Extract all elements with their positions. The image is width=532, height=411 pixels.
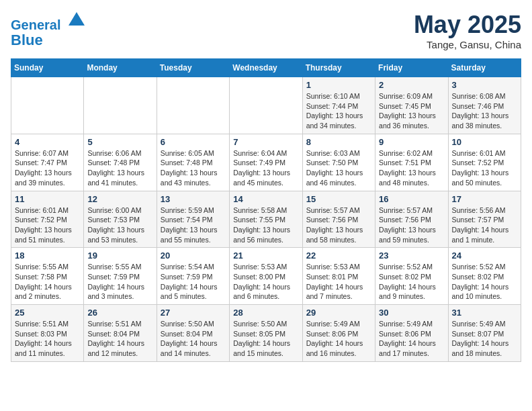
cell-info: Sunrise: 6:07 AM Sunset: 7:47 PM Dayligh… — [15, 148, 80, 188]
title-block: May 2025 Tange, Gansu, China — [414, 11, 521, 50]
cell-info: Sunrise: 5:56 AM Sunset: 7:57 PM Dayligh… — [452, 205, 517, 245]
calendar-cell: 19Sunrise: 5:55 AM Sunset: 7:59 PM Dayli… — [84, 248, 157, 305]
calendar-cell — [230, 77, 302, 134]
day-number: 5 — [87, 137, 152, 147]
cell-info: Sunrise: 6:09 AM Sunset: 7:45 PM Dayligh… — [379, 91, 444, 131]
day-number: 25 — [15, 308, 80, 318]
day-number: 4 — [15, 137, 80, 147]
cell-info: Sunrise: 5:57 AM Sunset: 7:56 PM Dayligh… — [306, 205, 371, 245]
calendar-week-4: 18Sunrise: 5:55 AM Sunset: 7:58 PM Dayli… — [11, 248, 521, 305]
cell-info: Sunrise: 6:10 AM Sunset: 7:44 PM Dayligh… — [306, 91, 371, 131]
cell-info: Sunrise: 5:50 AM Sunset: 8:04 PM Dayligh… — [161, 319, 226, 359]
weekday-header-thursday: Thursday — [302, 59, 375, 77]
day-number: 6 — [161, 137, 226, 147]
calendar-cell: 11Sunrise: 6:01 AM Sunset: 7:52 PM Dayli… — [11, 191, 84, 248]
calendar-cell: 28Sunrise: 5:50 AM Sunset: 8:05 PM Dayli… — [230, 305, 302, 362]
calendar-cell: 8Sunrise: 6:03 AM Sunset: 7:50 PM Daylig… — [302, 134, 375, 191]
month-title: May 2025 — [414, 11, 521, 39]
calendar-cell: 21Sunrise: 5:53 AM Sunset: 8:00 PM Dayli… — [230, 248, 302, 305]
calendar-cell: 29Sunrise: 5:49 AM Sunset: 8:06 PM Dayli… — [302, 305, 375, 362]
day-number: 11 — [15, 194, 80, 204]
day-number: 12 — [87, 194, 152, 204]
cell-info: Sunrise: 5:49 AM Sunset: 8:06 PM Dayligh… — [306, 319, 371, 359]
cell-info: Sunrise: 5:54 AM Sunset: 7:59 PM Dayligh… — [161, 262, 226, 302]
calendar-cell: 17Sunrise: 5:56 AM Sunset: 7:57 PM Dayli… — [448, 191, 521, 248]
cell-info: Sunrise: 6:05 AM Sunset: 7:48 PM Dayligh… — [161, 148, 226, 188]
day-number: 19 — [87, 250, 152, 261]
logo-text: General — [11, 11, 86, 32]
cell-info: Sunrise: 5:52 AM Sunset: 8:02 PM Dayligh… — [452, 262, 517, 302]
cell-info: Sunrise: 6:01 AM Sunset: 7:52 PM Dayligh… — [15, 205, 80, 245]
day-number: 29 — [306, 308, 371, 318]
calendar-cell — [11, 77, 84, 134]
cell-info: Sunrise: 5:50 AM Sunset: 8:05 PM Dayligh… — [233, 319, 298, 359]
cell-info: Sunrise: 5:49 AM Sunset: 8:07 PM Dayligh… — [452, 319, 517, 359]
day-number: 1 — [306, 80, 371, 90]
cell-info: Sunrise: 5:58 AM Sunset: 7:55 PM Dayligh… — [233, 205, 298, 245]
day-number: 30 — [379, 308, 444, 318]
calendar-cell: 27Sunrise: 5:50 AM Sunset: 8:04 PM Dayli… — [157, 305, 229, 362]
day-number: 15 — [306, 194, 371, 204]
weekday-header-sunday: Sunday — [11, 59, 84, 77]
day-number: 10 — [452, 137, 517, 147]
calendar-week-1: 1Sunrise: 6:10 AM Sunset: 7:44 PM Daylig… — [11, 77, 521, 134]
day-number: 17 — [452, 194, 517, 204]
day-number: 21 — [233, 250, 298, 261]
cell-info: Sunrise: 6:08 AM Sunset: 7:46 PM Dayligh… — [452, 91, 517, 131]
cell-info: Sunrise: 6:02 AM Sunset: 7:51 PM Dayligh… — [379, 148, 444, 188]
calendar-cell: 3Sunrise: 6:08 AM Sunset: 7:46 PM Daylig… — [448, 77, 521, 134]
weekday-header-wednesday: Wednesday — [230, 59, 302, 77]
day-number: 28 — [233, 308, 298, 318]
calendar-cell: 18Sunrise: 5:55 AM Sunset: 7:58 PM Dayli… — [11, 248, 84, 305]
cell-info: Sunrise: 6:04 AM Sunset: 7:49 PM Dayligh… — [233, 148, 298, 188]
calendar-cell: 10Sunrise: 6:01 AM Sunset: 7:52 PM Dayli… — [448, 134, 521, 191]
day-number: 3 — [452, 80, 517, 90]
cell-info: Sunrise: 5:59 AM Sunset: 7:54 PM Dayligh… — [161, 205, 226, 245]
calendar-cell: 9Sunrise: 6:02 AM Sunset: 7:51 PM Daylig… — [375, 134, 448, 191]
day-number: 27 — [161, 308, 226, 318]
logo: General Blue — [11, 11, 86, 48]
day-number: 22 — [306, 250, 371, 261]
cell-info: Sunrise: 5:55 AM Sunset: 7:59 PM Dayligh… — [87, 262, 152, 302]
calendar-cell: 13Sunrise: 5:59 AM Sunset: 7:54 PM Dayli… — [157, 191, 229, 248]
calendar-cell: 14Sunrise: 5:58 AM Sunset: 7:55 PM Dayli… — [230, 191, 302, 248]
calendar-table: SundayMondayTuesdayWednesdayThursdayFrid… — [11, 58, 521, 362]
day-number: 24 — [452, 250, 517, 261]
cell-info: Sunrise: 5:57 AM Sunset: 7:56 PM Dayligh… — [379, 205, 444, 245]
calendar-week-5: 25Sunrise: 5:51 AM Sunset: 8:03 PM Dayli… — [11, 305, 521, 362]
cell-info: Sunrise: 6:00 AM Sunset: 7:53 PM Dayligh… — [87, 205, 152, 245]
calendar-cell — [157, 77, 229, 134]
location-subtitle: Tange, Gansu, China — [414, 39, 521, 50]
cell-info: Sunrise: 5:51 AM Sunset: 8:03 PM Dayligh… — [15, 319, 80, 359]
day-number: 14 — [233, 194, 298, 204]
day-number: 8 — [306, 137, 371, 147]
day-number: 2 — [379, 80, 444, 90]
day-number: 23 — [379, 250, 444, 261]
day-number: 9 — [379, 137, 444, 147]
day-number: 7 — [233, 137, 298, 147]
calendar-cell: 16Sunrise: 5:57 AM Sunset: 7:56 PM Dayli… — [375, 191, 448, 248]
cell-info: Sunrise: 6:06 AM Sunset: 7:48 PM Dayligh… — [87, 148, 152, 188]
calendar-cell: 12Sunrise: 6:00 AM Sunset: 7:53 PM Dayli… — [84, 191, 157, 248]
calendar-cell: 15Sunrise: 5:57 AM Sunset: 7:56 PM Dayli… — [302, 191, 375, 248]
calendar-cell: 22Sunrise: 5:53 AM Sunset: 8:01 PM Dayli… — [302, 248, 375, 305]
logo-blue: Blue — [11, 32, 86, 48]
calendar-cell: 1Sunrise: 6:10 AM Sunset: 7:44 PM Daylig… — [302, 77, 375, 134]
weekday-header-row: SundayMondayTuesdayWednesdayThursdayFrid… — [11, 59, 521, 77]
page-header: General Blue May 2025 Tange, Gansu, Chin… — [11, 11, 521, 50]
calendar-cell — [84, 77, 157, 134]
svg-marker-0 — [69, 12, 85, 26]
weekday-header-tuesday: Tuesday — [157, 59, 229, 77]
day-number: 20 — [161, 250, 226, 261]
calendar-cell: 25Sunrise: 5:51 AM Sunset: 8:03 PM Dayli… — [11, 305, 84, 362]
calendar-cell: 20Sunrise: 5:54 AM Sunset: 7:59 PM Dayli… — [157, 248, 229, 305]
cell-info: Sunrise: 5:52 AM Sunset: 8:02 PM Dayligh… — [379, 262, 444, 302]
weekday-header-monday: Monday — [84, 59, 157, 77]
calendar-cell: 4Sunrise: 6:07 AM Sunset: 7:47 PM Daylig… — [11, 134, 84, 191]
logo-general: General — [11, 17, 60, 32]
calendar-cell: 31Sunrise: 5:49 AM Sunset: 8:07 PM Dayli… — [448, 305, 521, 362]
weekday-header-friday: Friday — [375, 59, 448, 77]
cell-info: Sunrise: 5:49 AM Sunset: 8:06 PM Dayligh… — [379, 319, 444, 359]
day-number: 13 — [161, 194, 226, 204]
cell-info: Sunrise: 5:51 AM Sunset: 8:04 PM Dayligh… — [87, 319, 152, 359]
